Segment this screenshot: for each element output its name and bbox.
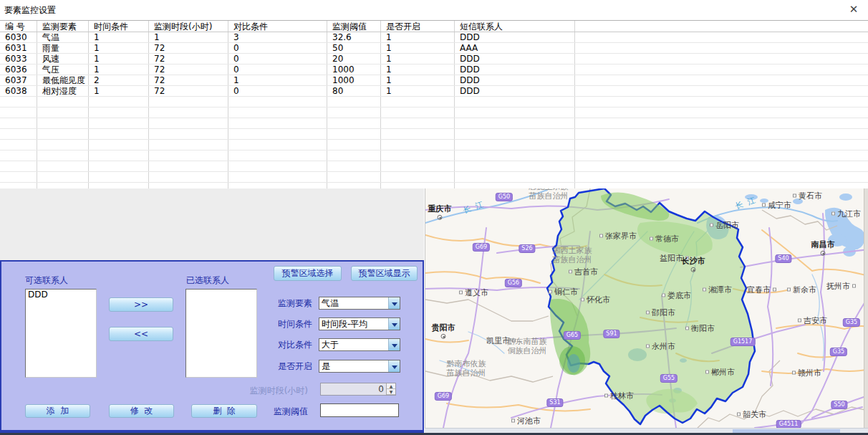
table-cell [149, 107, 228, 118]
time-condition-combo[interactable]: 时间段-平均 [319, 317, 400, 330]
city-name: 南昌市 [811, 239, 835, 250]
spinner-arrows-icon[interactable]: ▲▼ [386, 383, 395, 395]
road-badge: G69 [435, 392, 452, 401]
close-icon[interactable]: ✕ [847, 2, 861, 16]
city-marker-icon [831, 212, 835, 216]
column-header[interactable]: 短信联系人 [455, 21, 575, 32]
compare-condition-combo[interactable]: 大于 [319, 338, 400, 351]
enabled-combo[interactable]: 是 [319, 360, 400, 373]
table-cell: 72 [149, 54, 228, 64]
map-vertical-scrollbar[interactable] [864, 188, 868, 428]
road-badge: G1517 [730, 338, 756, 346]
table-row[interactable]: 6031雨量1720501AAA [0, 43, 868, 54]
city-label: 邵阳市 [646, 307, 675, 318]
map-horizontal-scrollbar[interactable] [425, 428, 868, 433]
city-name: 邵阳市 [652, 307, 675, 318]
compare-condition-value: 大于 [319, 339, 388, 350]
table-cell [327, 97, 381, 107]
table-row[interactable]: 6037最低能见度272110001DDD [0, 75, 868, 86]
column-header[interactable]: 是否开启 [381, 21, 455, 32]
city-name: 益阳市 [660, 253, 683, 264]
column-header[interactable]: 监测要素 [37, 21, 89, 32]
table-empty-row [0, 118, 868, 129]
table-cell: 1 [89, 86, 149, 96]
table-row[interactable]: 6030气温11332.61DDD [0, 32, 868, 43]
chevron-down-icon[interactable] [388, 360, 400, 372]
table-cell [455, 140, 575, 150]
city-label: 衡阳市 [685, 323, 715, 334]
table-cell [327, 129, 381, 139]
chevron-down-icon[interactable] [388, 339, 400, 350]
table-cell: 风速 [37, 54, 89, 64]
table-filler [575, 172, 868, 182]
modify-button[interactable]: 修 改 [109, 404, 174, 418]
city-name: 黄石市 [799, 191, 822, 201]
column-header[interactable]: 对比条件 [228, 21, 327, 32]
city-label: 黄石市 [793, 191, 822, 201]
region-label: 湘西土家族苗族自治州 [553, 246, 592, 264]
table-cell [37, 140, 89, 150]
road-badge: G50 [496, 193, 513, 201]
city-marker-icon [599, 234, 603, 238]
table-cell [455, 150, 575, 161]
table-cell [228, 161, 327, 171]
element-combo[interactable]: 气温 [319, 297, 400, 310]
table-cell: 3 [228, 32, 327, 42]
city-label: 赣州市 [792, 368, 821, 378]
road-badge: G56 [505, 279, 522, 287]
table-cell [89, 129, 149, 139]
city-label: 吉首市 [569, 267, 598, 277]
table-cell: 1 [89, 64, 149, 75]
city-marker-icon [710, 224, 713, 227]
table-cell: 1 [228, 75, 327, 85]
threshold-input[interactable] [320, 403, 399, 417]
city-name: 遵义市 [465, 287, 488, 298]
column-header[interactable]: 监测时段(小时) [149, 21, 228, 32]
column-header[interactable]: 监测阈值 [327, 21, 381, 32]
city-marker-icon [773, 288, 776, 292]
table-cell [149, 97, 228, 107]
map-labels-layer: 重庆市遵义市贵阳市凯里市铜仁市张家界市吉首市怀化市常德市益阳市岳阳市长沙市湘潭市… [425, 188, 868, 428]
monitor-table: 编 号监测要素时间条件监测时段(小时)对比条件监测阈值是否开启短信联系人 603… [0, 20, 868, 188]
city-name: 湘潭市 [708, 285, 732, 295]
add-button[interactable]: 添 加 [25, 404, 90, 418]
region-label: 恩施土家族苗族自治州 [529, 188, 569, 201]
city-label: 张家界市 [599, 231, 637, 242]
table-cell [455, 172, 575, 182]
period-spinner[interactable]: 0 ▲▼ [320, 383, 396, 396]
city-marker-icon [762, 204, 766, 207]
column-header[interactable]: 时间条件 [89, 21, 149, 32]
road-badge: G65 [564, 331, 581, 340]
table-cell: 50 [327, 43, 381, 53]
column-header[interactable]: 编 号 [0, 21, 37, 32]
chevron-down-icon[interactable] [388, 318, 400, 330]
time-condition-label: 时间条件 [1, 318, 312, 330]
map-canvas[interactable]: 重庆市遵义市贵阳市凯里市铜仁市张家界市吉首市怀化市常德市益阳市岳阳市长沙市湘潭市… [425, 188, 868, 428]
table-cell [327, 118, 381, 128]
table-row[interactable]: 6036气压172010001DDD [0, 64, 868, 75]
table-cell [37, 172, 89, 182]
table-row[interactable]: 6033风速1720201DDD [0, 54, 868, 64]
table-cell [0, 183, 37, 188]
city-label: 桂林市 [604, 391, 634, 401]
warning-area-display-button[interactable]: 预警区域显示 [351, 266, 418, 281]
table-row[interactable]: 6038相对湿度1720801DDD [0, 86, 868, 97]
table-empty-row [0, 183, 868, 188]
warning-area-select-button[interactable]: 预警区域选择 [274, 266, 342, 281]
table-cell [455, 129, 575, 139]
chevron-down-icon[interactable] [388, 297, 400, 309]
table-cell: 雨量 [37, 43, 89, 53]
road-badge: G35 [843, 318, 860, 327]
table-cell [228, 97, 327, 107]
city-label: 南昌市 [811, 239, 835, 256]
table-cell: DDD [455, 54, 575, 64]
table-cell [89, 172, 149, 182]
table-cell: 72 [149, 75, 228, 85]
road-badge: S40 [775, 254, 791, 263]
road-badge: G4511 [776, 420, 801, 428]
city-name: 怀化市 [587, 295, 610, 305]
table-cell [327, 183, 381, 188]
delete-button[interactable]: 删 除 [191, 404, 257, 418]
table-cell [327, 161, 381, 171]
table-filler [575, 54, 868, 64]
